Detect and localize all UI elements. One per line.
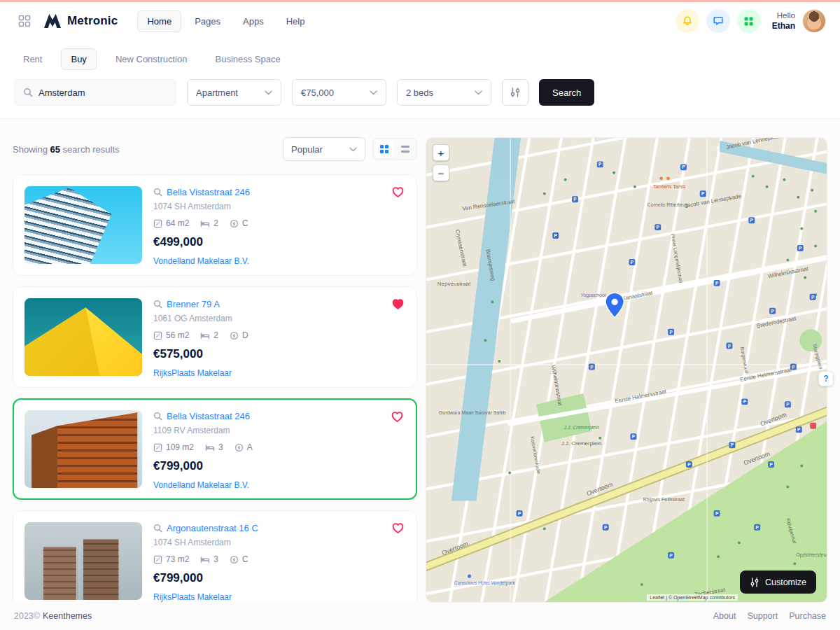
listing-card[interactable]: Argonautenstraat 16 C 1074 SH Amsterdam … (13, 510, 417, 602)
svg-text:P: P (669, 330, 673, 335)
tab-buy[interactable]: Buy (61, 48, 96, 70)
grid-view-button[interactable] (374, 140, 394, 158)
customize-button[interactable]: Customize (740, 570, 816, 594)
map-canvas[interactable]: PPPPPPPPPPPPPPPPPPPPPPPPPPPP Jacob van L… (426, 137, 827, 603)
svg-text:P: P (701, 191, 705, 196)
sort-value: Popular (291, 144, 323, 155)
favorite-button[interactable] (391, 185, 405, 201)
property-type-value: Apartment (196, 88, 238, 98)
svg-text:P: P (631, 260, 634, 265)
map[interactable]: PPPPPPPPPPPPPPPPPPPPPPPPPPPP Jacob van L… (426, 137, 827, 603)
favorite-button[interactable] (391, 521, 405, 537)
bed-icon (200, 554, 210, 564)
user-greeting: Hello Ethan (772, 10, 795, 31)
apps-button[interactable] (737, 9, 761, 33)
chevron-down-icon (349, 147, 357, 152)
tab-rent[interactable]: Rent (14, 49, 51, 69)
area-icon (153, 219, 162, 228)
listing-card[interactable]: Bella Vistastraat 246 1074 SH Amsterdam … (13, 174, 417, 276)
listing-agency-link[interactable]: Vondelland Makelaar B.V. (153, 480, 253, 490)
listing-price: €799,000 (153, 571, 258, 585)
listing-agency-link[interactable]: RijksPlaats Makelaar (153, 592, 258, 602)
chat-icon (713, 15, 724, 27)
footer-link-purchase[interactable]: Purchase (789, 611, 826, 621)
spec-beds: 3 (200, 554, 218, 564)
app-launcher-button[interactable] (14, 10, 35, 31)
listing-title[interactable]: Bella Vistastraat 246 (167, 187, 250, 197)
advanced-filters-button[interactable] (502, 79, 528, 106)
listing-specs: 73 m2 3 C (153, 554, 258, 564)
results-column: Showing 65 search results Popular (13, 137, 417, 602)
metronic-logo-icon (43, 13, 62, 29)
grid-icon (743, 16, 754, 27)
sliders-icon (510, 87, 521, 98)
svg-text:P: P (669, 553, 673, 558)
tab-new-construction[interactable]: New Construction (106, 49, 197, 69)
chat-button[interactable] (706, 9, 730, 33)
header-actions: Hello Ethan (676, 9, 826, 33)
listing-title[interactable]: Argonautenstraat 16 C (167, 523, 258, 533)
listing-agency-link[interactable]: Vondelland Makelaar B.V. (153, 256, 250, 266)
search-icon (153, 412, 162, 421)
footer-link-support[interactable]: Support (747, 611, 778, 621)
listing-agency-link[interactable]: RijksPlaats Makelaar (153, 368, 248, 378)
listing-card[interactable]: Bella Vistastraat 246 1109 RV Amsterdam … (13, 398, 417, 500)
beds-select[interactable]: 2 beds (397, 79, 491, 106)
greeting-name: Ethan (772, 21, 795, 31)
listing-price: €575,000 (153, 347, 248, 361)
copyright: 2023©Keenthemes (14, 611, 92, 621)
nav-item-pages[interactable]: Pages (186, 11, 230, 31)
listing-body: Bella Vistastraat 246 1109 RV Amsterdam … (153, 410, 253, 488)
svg-text:P: P (799, 246, 802, 251)
listing-price: €799,000 (153, 459, 253, 473)
greeting-hello: Hello (777, 10, 795, 20)
listing-specs: 56 m2 2 D (153, 330, 248, 340)
tab-business-space[interactable]: Business Space (206, 49, 289, 69)
svg-text:Conscious Hotel Vondelpark: Conscious Hotel Vondelpark (454, 580, 516, 586)
map-attribution: Leaflet | © OpenStreetMap contributors (647, 594, 738, 601)
location-search-input[interactable]: Amsterdam (14, 79, 176, 106)
favorite-button[interactable] (391, 297, 405, 313)
map-help-button[interactable]: ? (818, 371, 834, 386)
svg-text:P: P (715, 281, 719, 286)
avatar[interactable] (802, 9, 826, 33)
footer-links: About Support Purchase (713, 611, 826, 621)
nav-item-help[interactable]: Help (277, 11, 314, 31)
favorite-button[interactable] (390, 410, 405, 426)
grid-view-icon (379, 144, 389, 154)
nav-item-home[interactable]: Home (137, 10, 181, 32)
zoom-out-button[interactable]: − (433, 164, 449, 181)
search-icon (153, 300, 162, 309)
svg-text:P: P (604, 525, 608, 530)
logo-text: Metronic (67, 14, 118, 28)
nav-item-apps[interactable]: Apps (234, 11, 273, 31)
logo[interactable]: Metronic (43, 13, 118, 29)
search-button[interactable]: Search (539, 79, 594, 106)
listing-address: 1074 SH Amsterdam (153, 538, 258, 547)
price-select[interactable]: €75,000 (292, 79, 386, 106)
keenthemes-link[interactable]: Keenthemes (43, 611, 92, 621)
bed-icon (205, 442, 215, 452)
zoom-in-button[interactable]: + (433, 144, 449, 161)
listing-title[interactable]: Bella Vistastraat 246 (167, 411, 250, 421)
svg-text:P: P (792, 365, 795, 370)
listing-body: Brenner 79 A 1061 OG Amsterdam 56 m2 2 D… (153, 298, 248, 376)
spec-energy: C (230, 218, 248, 228)
listing-card[interactable]: Brenner 79 A 1061 OG Amsterdam 56 m2 2 D… (13, 286, 417, 388)
search-icon (23, 88, 33, 97)
svg-text:P: P (786, 402, 790, 407)
search-filters: Amsterdam Apartment €75,000 2 beds Searc… (14, 79, 826, 106)
header: Metronic Home Pages Apps Help Hello Etha… (0, 2, 840, 40)
chevron-down-icon (370, 90, 377, 95)
svg-text:J.J. Cremerplein: J.J. Cremerplein (561, 440, 602, 447)
property-type-select[interactable]: Apartment (187, 79, 281, 106)
svg-text:P: P (687, 462, 691, 467)
heart-icon (392, 298, 404, 309)
listing-body: Bella Vistastraat 246 1074 SH Amsterdam … (153, 186, 250, 264)
energy-label-icon (230, 331, 239, 340)
sort-select[interactable]: Popular (283, 137, 365, 161)
notifications-button[interactable] (676, 9, 699, 33)
list-view-button[interactable] (396, 140, 415, 158)
footer-link-about[interactable]: About (713, 611, 736, 621)
listing-title[interactable]: Brenner 79 A (167, 299, 220, 309)
